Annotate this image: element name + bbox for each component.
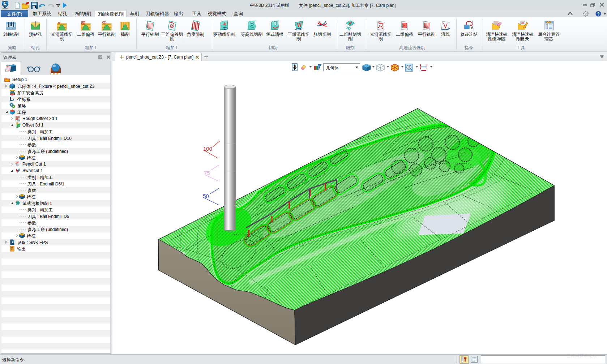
svg-text:75: 75: [204, 170, 210, 176]
svg-text:?: ?: [597, 12, 599, 17]
svg-text:E: E: [347, 27, 350, 30]
svg-text:50: 50: [203, 193, 209, 199]
svg-text:100: 100: [203, 146, 212, 152]
